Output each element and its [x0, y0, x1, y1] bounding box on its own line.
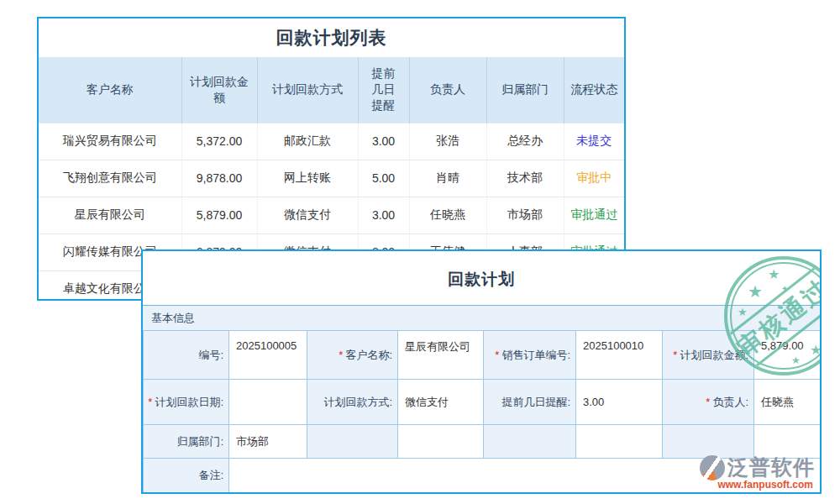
column-header-amount: 计划回款金额	[181, 57, 257, 123]
field-label-remind-days: 提前几日提醒:	[484, 380, 576, 425]
field-label-text: 计划回款金额:	[680, 349, 748, 361]
remind-days-cell: 3.00	[358, 123, 409, 160]
remind-days-cell: 3.00	[358, 197, 409, 234]
fanpu-logo-icon	[700, 455, 725, 480]
method-cell: 邮政汇款	[257, 123, 358, 160]
method-cell: 微信支付	[257, 197, 358, 234]
field-value-plan-amount[interactable]: 5,879.00	[754, 331, 821, 380]
field-label-text: 提前几日提醒:	[501, 396, 570, 408]
fanpu-logo-url: www.fanpusoft.com	[717, 479, 813, 491]
collection-plan-modal: 回款计划 基本信息 编号: 2025100005 *客户名称: 星辰有限公司 *…	[141, 249, 822, 494]
fanpu-logo-row: 泛普软件	[700, 454, 815, 481]
field-label-plan-date: *计划回款日期:	[144, 380, 229, 425]
empty-label-cell	[307, 425, 398, 459]
dept-link[interactable]: 总经办	[486, 123, 564, 160]
field-label-text: 客户名称:	[345, 349, 392, 361]
required-asterisk: *	[673, 349, 677, 361]
field-value-customer-name[interactable]: 星辰有限公司	[398, 331, 484, 380]
customer-link[interactable]: 星辰有限公司	[39, 197, 181, 234]
field-value-sales-order-no[interactable]: 2025100010	[576, 331, 663, 380]
column-header-owner: 负责人	[409, 57, 486, 123]
table-row: 瑞兴贸易有限公司 5,372.00 邮政汇款 3.00 张浩 总经办 未提交	[39, 123, 624, 160]
field-label-customer-name: *客户名称:	[307, 331, 398, 380]
amount-cell: 9,878.00	[181, 160, 257, 197]
status-badge[interactable]: 未提交	[564, 123, 624, 160]
status-badge[interactable]: 审批中	[564, 160, 624, 197]
table-header-row: 客户名称 计划回款金额 计划回款方式 提前几日提醒 负责人 归属部门 流程状态	[39, 57, 624, 123]
amount-cell: 5,372.00	[181, 123, 257, 160]
fanpu-logo: 泛普软件 www.fanpusoft.com	[700, 454, 815, 491]
status-badge[interactable]: 审批通过	[564, 197, 624, 234]
column-header-remind-days: 提前几日提醒	[358, 57, 409, 123]
column-header-customer: 客户名称	[39, 57, 181, 123]
field-label-text: 计划回款日期:	[155, 396, 223, 408]
form-row: 编号: 2025100005 *客户名称: 星辰有限公司 *销售订单编号: 20…	[144, 331, 821, 380]
method-cell: 网上转账	[257, 160, 358, 197]
remind-days-cell: 5.00	[358, 160, 409, 197]
field-label-text: 备注:	[198, 469, 223, 481]
empty-label-cell	[484, 425, 576, 459]
table-row: 飞翔创意有限公司 9,878.00 网上转账 5.00 肖晴 技术部 审批中	[39, 160, 624, 197]
field-value-owner[interactable]: 任晓燕	[754, 380, 821, 425]
empty-value-cell[interactable]	[398, 425, 484, 459]
required-asterisk: *	[495, 349, 499, 361]
field-label-number: 编号:	[144, 331, 229, 380]
dept-link[interactable]: 技术部	[486, 160, 564, 197]
list-title: 回款计划列表	[39, 18, 624, 57]
customer-link[interactable]: 瑞兴贸易有限公司	[39, 123, 181, 160]
customer-link[interactable]: 飞翔创意有限公司	[39, 160, 181, 197]
modal-title: 回款计划	[143, 251, 820, 305]
owner-link[interactable]: 张浩	[409, 123, 486, 160]
field-label-text: 计划回款方式:	[323, 396, 392, 408]
field-value-plan-method[interactable]: 微信支付	[398, 380, 484, 425]
field-label-text: 归属部门:	[176, 435, 223, 448]
field-label-text: 销售订单编号:	[501, 349, 570, 361]
field-value-dept[interactable]: 市场部	[229, 425, 307, 459]
owner-link[interactable]: 任晓燕	[409, 197, 486, 234]
column-header-dept: 归属部门	[486, 57, 564, 123]
field-label-owner: *负责人:	[663, 380, 754, 425]
field-label-plan-method: 计划回款方式:	[307, 380, 398, 425]
field-label-sales-order-no: *销售订单编号:	[484, 331, 576, 380]
field-value-plan-date[interactable]	[229, 380, 307, 425]
field-label-dept: 归属部门:	[144, 425, 229, 459]
field-label-remark: 备注:	[144, 459, 229, 493]
required-asterisk: *	[148, 396, 152, 408]
field-value-number[interactable]: 2025100005	[229, 331, 307, 380]
fanpu-logo-name: 泛普软件	[727, 454, 815, 481]
form-row: *计划回款日期: 计划回款方式: 微信支付 提前几日提醒: 3.00 *负责人:…	[144, 380, 821, 425]
owner-link[interactable]: 肖晴	[409, 160, 486, 197]
empty-value-cell[interactable]	[576, 425, 663, 459]
amount-cell: 5,879.00	[181, 197, 257, 234]
section-basic-info: 基本信息	[143, 305, 820, 330]
field-label-text: 负责人:	[712, 396, 748, 408]
field-label-text: 编号:	[198, 349, 223, 361]
dept-link[interactable]: 市场部	[486, 197, 564, 234]
field-value-remind-days[interactable]: 3.00	[576, 380, 663, 425]
required-asterisk: *	[339, 349, 343, 361]
column-header-method: 计划回款方式	[257, 57, 358, 123]
field-label-plan-amount: *计划回款金额:	[663, 331, 754, 380]
required-asterisk: *	[706, 396, 710, 408]
table-row: 星辰有限公司 5,879.00 微信支付 3.00 任晓燕 市场部 审批通过	[39, 197, 624, 234]
column-header-status: 流程状态	[564, 57, 624, 123]
